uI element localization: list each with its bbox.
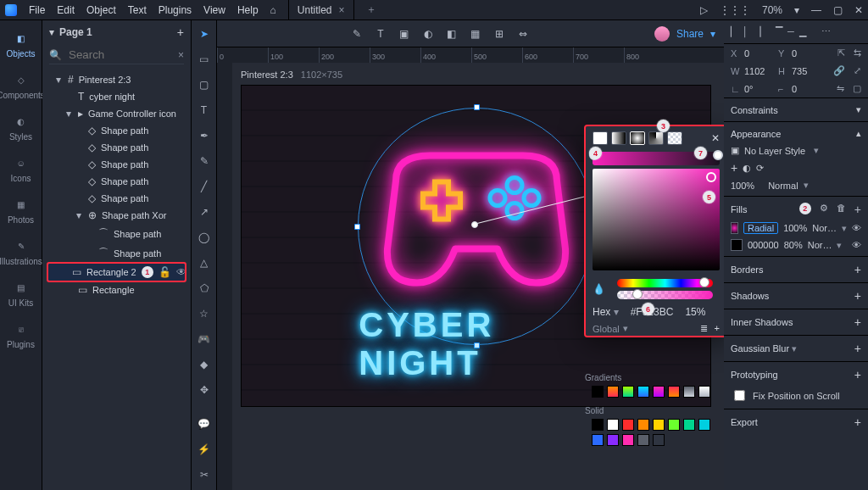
menu-edit[interactable]: Edit	[57, 4, 75, 16]
text-tool-icon[interactable]: T	[373, 26, 388, 42]
export-add-icon[interactable]: +	[854, 415, 861, 429]
boolean-tool-icon[interactable]: ◧	[444, 26, 459, 42]
layer-group-controller[interactable]: ▾▸Game Controller icon	[47, 105, 186, 122]
align-hcenter-icon[interactable]: │	[743, 26, 748, 37]
palette-scope[interactable]: Global	[593, 324, 620, 334]
swatch[interactable]	[653, 386, 665, 398]
layer-shape-path-5[interactable]: ◇Shape path	[47, 190, 186, 207]
section-prototyping[interactable]: Prototyping	[731, 370, 778, 380]
layer-shape-path-3[interactable]: ◇Shape path	[47, 156, 186, 173]
corners-icon[interactable]: ▢	[853, 83, 861, 94]
new-tab-button[interactable]: ＋	[366, 3, 376, 17]
swatch[interactable]	[637, 386, 649, 398]
fix-on-scroll-checkbox[interactable]	[734, 390, 745, 401]
chevron-down-icon[interactable]: ▾	[794, 4, 799, 16]
grid-icon[interactable]: ⋮⋮⋮	[720, 4, 750, 16]
game-icon[interactable]: 🎮	[196, 331, 213, 348]
fills-add-icon[interactable]: +	[854, 203, 861, 216]
section-blur[interactable]: Gaussian Blur	[731, 343, 789, 354]
fill-swatch-1[interactable]	[731, 222, 738, 234]
color-field-cursor[interactable]	[706, 172, 716, 182]
rail-uikits[interactable]: ▤UI Kits	[8, 280, 33, 308]
fill-type-image[interactable]	[667, 131, 682, 145]
close-popover-icon[interactable]: ✕	[711, 132, 720, 144]
gradient-stop-center[interactable]	[471, 221, 478, 228]
swatch[interactable]	[592, 419, 604, 431]
zoom-level[interactable]: 70%	[762, 4, 782, 16]
rail-components[interactable]: ◇Components	[0, 72, 45, 100]
layer-xor-group[interactable]: ▾⊕Shape path Xor	[47, 207, 186, 224]
page-name[interactable]: Page 1	[59, 26, 92, 38]
move-tool[interactable]: ✥	[196, 381, 213, 398]
rail-styles[interactable]: ◐Styles	[9, 114, 32, 142]
x-input[interactable]: 0	[744, 48, 775, 58]
tidy-tool-icon[interactable]: ⊞	[492, 26, 507, 42]
swatch[interactable]	[607, 434, 619, 446]
rail-illustrations[interactable]: ✎Illustrations	[0, 238, 42, 266]
swatch[interactable]	[622, 434, 634, 446]
layer-frame[interactable]: ▾#Pinterest 2:3	[47, 71, 186, 88]
star-tool[interactable]: ☆	[196, 305, 213, 322]
home-icon[interactable]: ⌂	[270, 4, 276, 16]
flip-h-icon[interactable]: ⇋	[837, 83, 844, 94]
menu-file[interactable]: File	[29, 4, 45, 16]
pen-tool[interactable]: ✒	[196, 127, 213, 144]
align-bottom-icon[interactable]: ▁	[799, 26, 806, 37]
fill-swatch-2[interactable]	[731, 239, 743, 251]
text-tool[interactable]: T	[196, 102, 213, 119]
swatch[interactable]	[683, 419, 695, 431]
pencil-tool[interactable]: ✎	[196, 153, 213, 170]
menu-text[interactable]: Text	[128, 4, 147, 16]
palette-add-icon[interactable]: +	[715, 323, 720, 334]
blend-select[interactable]: Normal	[768, 181, 798, 191]
fill-blend-2[interactable]: Nor…	[808, 240, 832, 250]
close-tab-icon[interactable]: ×	[339, 4, 345, 16]
corner-input[interactable]: 0	[792, 84, 822, 94]
swatch[interactable]	[592, 434, 604, 446]
mask-tool-icon[interactable]: ◐	[420, 26, 436, 42]
menu-object[interactable]: Object	[86, 4, 116, 16]
lock-icon[interactable]: 🔓	[159, 266, 171, 278]
fill-type-1[interactable]: Radial	[743, 222, 778, 234]
rail-photos[interactable]: ▦Photos	[8, 197, 34, 225]
layer-style-select[interactable]: No Layer Style	[744, 146, 805, 156]
layer-shape-path-7[interactable]: ⌒Shape path	[47, 243, 186, 263]
cursor-tool[interactable]: ➤	[196, 25, 213, 42]
swatch[interactable]	[698, 386, 710, 398]
arrow-tool[interactable]: ↗	[196, 203, 213, 220]
menu-help[interactable]: Help	[237, 4, 259, 16]
window-close[interactable]: ✕	[854, 4, 863, 16]
fill-opacity-1[interactable]: 100%	[783, 223, 807, 233]
fill-hex-2[interactable]: 000000	[748, 240, 779, 250]
hex-opacity[interactable]: 15%	[685, 306, 705, 318]
w-input[interactable]: 1102	[744, 66, 775, 76]
resize-icon[interactable]: ⤢	[854, 65, 861, 76]
share-button[interactable]: Share	[676, 28, 704, 40]
y-input[interactable]: 0	[792, 48, 822, 58]
absolute-pos-icon[interactable]: ⇱	[837, 47, 845, 58]
visibility-icon[interactable]: 👁	[176, 266, 186, 278]
canvas-area[interactable]: ✎ T ▣ ◐ ◧ ▦ ⊞ ⇔ Share▾ 01002003004005006…	[217, 20, 724, 490]
swatch[interactable]	[683, 386, 695, 398]
angle-input[interactable]: 0°	[744, 84, 775, 94]
section-export[interactable]: Export	[731, 417, 758, 427]
swatch[interactable]	[622, 386, 634, 398]
layer-text-cyber-night[interactable]: Tcyber night	[47, 88, 186, 105]
fill-type-angular[interactable]	[648, 131, 664, 145]
blur-add-icon[interactable]: +	[854, 342, 861, 355]
fill-visibility-2[interactable]: 👁	[852, 240, 861, 250]
fill-type-radial[interactable]	[630, 131, 645, 145]
triangle-tool[interactable]: △	[196, 254, 213, 271]
swatch[interactable]	[622, 419, 634, 431]
hue-slider[interactable]	[617, 279, 713, 287]
section-inner-shadows[interactable]: Inner Shadows	[731, 317, 793, 327]
fill-blend-1[interactable]: Nor…	[812, 223, 837, 233]
hotspot-tool[interactable]: ⚡	[196, 441, 213, 458]
section-constraints[interactable]: Constraints	[731, 105, 778, 115]
section-borders[interactable]: Borders	[731, 264, 764, 275]
edit-tool-icon[interactable]: ✎	[349, 26, 364, 42]
component-tool[interactable]: ◆	[196, 356, 213, 373]
reset-style-icon[interactable]: ⟳	[756, 163, 764, 174]
clear-search-icon[interactable]: ×	[178, 49, 184, 61]
image-tool-icon[interactable]: ▣	[397, 26, 412, 42]
